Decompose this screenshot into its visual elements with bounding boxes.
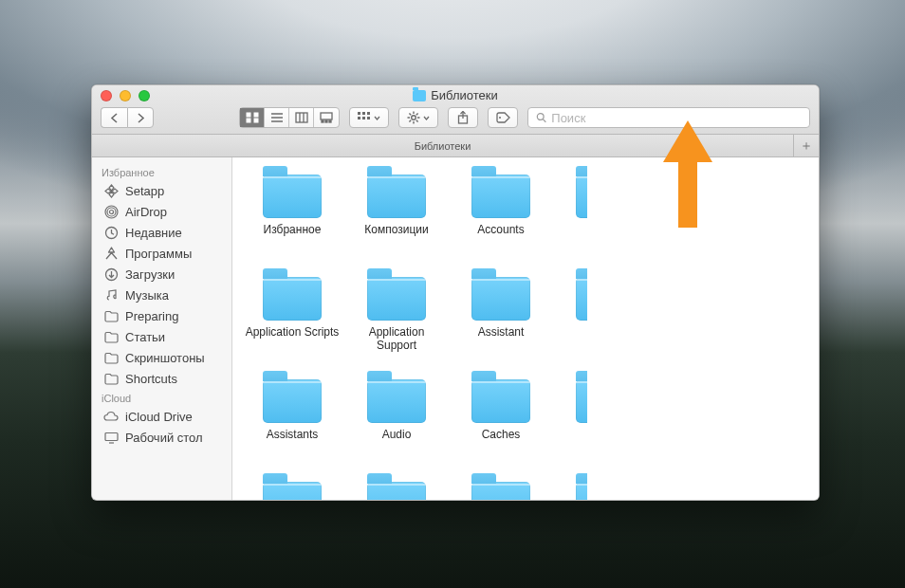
folder-item[interactable]: Application Support [344, 277, 449, 374]
folder-label: Application Scripts [246, 326, 340, 340]
desktop-background: Библиотеки [0, 0, 905, 588]
desktop-icon [103, 430, 119, 445]
sidebar-item[interactable]: Музыка [92, 285, 231, 305]
tag-icon [496, 112, 510, 123]
folder-icon [263, 379, 322, 423]
svg-rect-3 [254, 119, 258, 122]
finder-window: Библиотеки [91, 84, 820, 501]
folder-label: Композиции [364, 224, 428, 237]
window-body: Избранное SetappAirDropНедавниеПрограммы… [92, 157, 819, 500]
chevron-down-icon [423, 116, 430, 120]
sidebar-item-label: Shortcuts [125, 372, 177, 386]
apps-icon [103, 246, 119, 261]
folder-icon [263, 482, 322, 500]
action-button[interactable] [398, 107, 438, 128]
svg-rect-10 [321, 113, 332, 119]
folder-icon [367, 379, 426, 423]
sidebar: Избранное SetappAirDropНедавниеПрограммы… [92, 157, 232, 500]
sidebar-item[interactable]: Setapp [92, 180, 231, 201]
sidebar-item[interactable]: Рабочий стол [92, 427, 231, 448]
svg-rect-13 [329, 120, 331, 122]
view-columns-button[interactable] [289, 108, 314, 127]
folder-item[interactable] [240, 482, 344, 500]
share-button[interactable] [448, 107, 478, 128]
search-field[interactable] [527, 107, 810, 128]
sidebar-item-label: Недавние [125, 226, 182, 240]
folder-item[interactable]: Композиции [344, 175, 449, 271]
folder-icon [367, 277, 426, 321]
plus-icon: ＋ [800, 138, 813, 155]
chevron-down-icon [374, 116, 380, 120]
svg-rect-17 [358, 117, 360, 119]
titlebar: Библиотеки [92, 85, 819, 135]
folder-icon [471, 175, 530, 218]
window-title-text: Библиотеки [431, 88, 497, 102]
sidebar-item[interactable]: Shortcuts [92, 368, 231, 389]
search-input[interactable] [551, 111, 802, 125]
share-icon [457, 111, 469, 124]
sidebar-item-label: Загрузки [125, 267, 175, 282]
sidebar-item-label: AirDrop [125, 205, 167, 219]
folder-icon [367, 175, 426, 218]
gear-icon [407, 111, 420, 124]
svg-line-27 [416, 113, 418, 115]
svg-point-34 [109, 210, 113, 213]
search-icon [536, 112, 546, 123]
sidebar-item-label: Скриншотоны [125, 351, 205, 365]
airdrop-icon [103, 204, 119, 219]
folder-item[interactable]: Избранное [240, 175, 344, 271]
folder-item[interactable] [449, 482, 553, 500]
folder-label: Caches [482, 429, 521, 442]
svg-point-35 [107, 208, 116, 216]
svg-rect-12 [325, 120, 327, 122]
sidebar-item-label: Статьи [125, 330, 165, 344]
folder-icon [103, 350, 119, 365]
svg-rect-11 [322, 120, 323, 122]
folder-icon [413, 90, 426, 101]
window-title: Библиотеки [92, 88, 819, 102]
sidebar-item-label: iCloud Drive [125, 410, 193, 424]
folder-item[interactable]: Application Scripts [240, 277, 344, 374]
folder-icon [471, 482, 530, 500]
folder-item[interactable]: Accounts [449, 175, 553, 271]
svg-line-25 [409, 113, 411, 115]
sidebar-item[interactable]: iCloud Drive [92, 406, 231, 427]
folder-item[interactable] [344, 482, 449, 500]
folder-item[interactable]: Assistants [240, 379, 344, 476]
content-area[interactable]: ИзбранноеКомпозицииAccountsG…Application… [232, 157, 819, 500]
sidebar-item-label: Музыка [125, 288, 169, 303]
sidebar-item[interactable]: Программы [92, 243, 231, 264]
folder-item[interactable]: Caches [449, 379, 553, 476]
sidebar-item[interactable]: Загрузки [92, 264, 231, 285]
svg-line-33 [544, 119, 546, 122]
svg-line-26 [416, 120, 418, 122]
sidebar-item-label: Программы [125, 247, 192, 261]
forward-button[interactable] [127, 107, 154, 128]
tags-button[interactable] [488, 107, 518, 128]
sidebar-item[interactable]: AirDrop [92, 201, 231, 222]
svg-rect-39 [105, 432, 118, 440]
svg-rect-14 [358, 112, 360, 115]
new-tab-button[interactable]: ＋ [794, 135, 819, 156]
folder-label: Audio [382, 429, 412, 442]
clock-icon [103, 225, 119, 240]
back-button[interactable] [101, 107, 127, 128]
sidebar-item[interactable]: Недавние [92, 222, 231, 243]
tab[interactable]: Библиотеки [92, 135, 794, 156]
sidebar-item[interactable]: Скриншотоны [92, 347, 231, 368]
folder-label: Accounts [477, 224, 524, 237]
svg-rect-19 [367, 117, 370, 119]
tab-bar: Библиотеки ＋ [92, 135, 819, 157]
folder-item[interactable]: Assistant [449, 277, 553, 374]
download-icon [103, 266, 119, 282]
folder-icon [103, 329, 119, 344]
group-by-button[interactable] [349, 107, 389, 128]
view-list-button[interactable] [265, 108, 289, 127]
svg-rect-2 [247, 119, 250, 122]
sidebar-item[interactable]: Preparing [92, 305, 231, 326]
view-gallery-button[interactable] [314, 108, 339, 127]
folder-icon [103, 308, 119, 323]
view-icons-button[interactable] [240, 108, 265, 127]
folder-item[interactable]: Audio [344, 379, 449, 476]
sidebar-item[interactable]: Статьи [92, 326, 231, 347]
